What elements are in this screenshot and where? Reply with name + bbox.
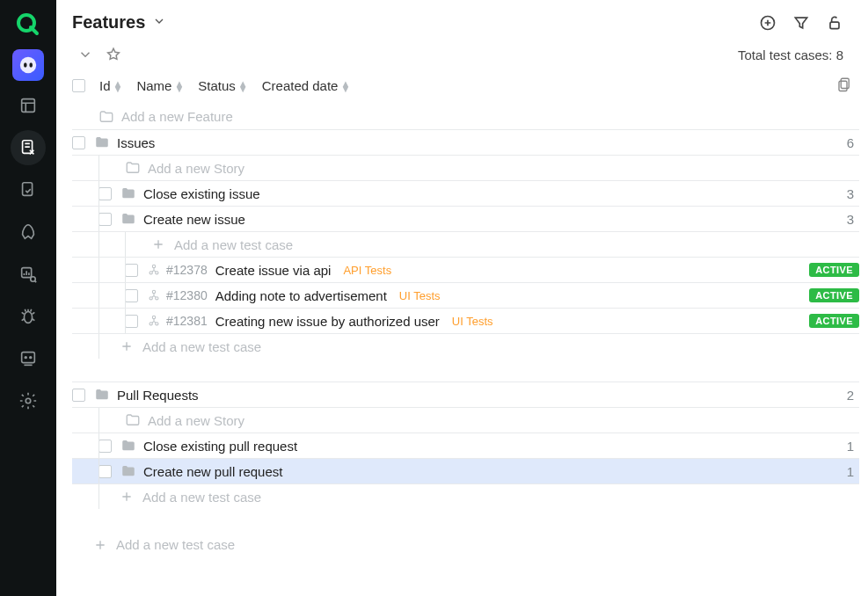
svg-point-19 [150, 272, 152, 274]
placeholder-text: Add a new Story [148, 413, 244, 428]
chevron-down-icon[interactable] [152, 14, 166, 31]
testcase-icon [147, 314, 161, 328]
plus-icon [120, 339, 134, 353]
story-count: 1 [847, 464, 859, 479]
svg-rect-6 [23, 183, 33, 196]
svg-point-12 [30, 357, 32, 359]
avatar[interactable] [12, 49, 44, 81]
svg-point-2 [24, 62, 27, 68]
story-row[interactable]: Create new pull request 1 [72, 458, 859, 483]
testcase-name: Adding note to advertisement [215, 288, 387, 303]
select-all-checkbox[interactable] [72, 79, 85, 92]
row-checkbox[interactable] [98, 440, 112, 453]
group-row[interactable]: Issues 6 [72, 129, 859, 155]
svg-point-22 [150, 297, 152, 300]
testcase-icon [147, 263, 161, 277]
svg-rect-10 [22, 353, 35, 363]
collapse-all-icon[interactable] [77, 47, 93, 62]
folder-icon [125, 412, 141, 428]
sidebar [0, 0, 56, 596]
nav-runs[interactable] [11, 172, 46, 207]
col-created[interactable]: Created date▲▼ [262, 78, 351, 93]
row-checkbox[interactable] [72, 389, 85, 402]
story-name: Create new pull request [143, 464, 282, 479]
placeholder-text: Add a new test case [142, 339, 261, 354]
plus-icon [120, 490, 134, 504]
svg-rect-15 [830, 22, 839, 28]
placeholder-text: Add a new Feature [121, 109, 233, 124]
subbar: Total test cases: 8 [56, 38, 868, 71]
story-name: Create new issue [143, 212, 245, 227]
group-count: 6 [847, 135, 859, 150]
row-checkbox[interactable] [125, 264, 138, 277]
group-name: Issues [117, 135, 155, 150]
group-row[interactable]: Pull Requests 2 [72, 382, 859, 407]
svg-point-9 [24, 312, 32, 323]
app-logo-icon [14, 11, 42, 39]
svg-point-3 [29, 62, 33, 68]
svg-point-18 [152, 265, 155, 267]
story-row[interactable]: Close existing issue 3 [72, 180, 859, 206]
lock-open-icon[interactable] [826, 14, 843, 32]
group-name: Pull Requests [117, 388, 199, 403]
testcase-name: Create issue via api [215, 263, 332, 278]
svg-point-1 [20, 57, 36, 73]
add-testcase-row[interactable]: Add a new test case [72, 532, 859, 557]
columns-bar: Id▲▼ Name▲▼ Status▲▼ Created date▲▼ [56, 71, 868, 104]
nav-analytics[interactable] [11, 257, 46, 292]
add-testcase-row[interactable]: Add a new test case [72, 231, 859, 257]
nav-launches[interactable] [11, 214, 46, 250]
add-testcase-row[interactable]: Add a new test case [72, 333, 859, 359]
filter-icon[interactable] [792, 14, 810, 32]
nav-dashboard[interactable] [11, 88, 46, 123]
testcase-row[interactable]: #12378 Create issue via api API Tests AC… [72, 257, 859, 282]
folder-icon [120, 438, 136, 454]
add-feature-row[interactable]: Add a new Feature [72, 104, 859, 129]
nav-settings[interactable] [11, 383, 46, 418]
row-checkbox[interactable] [98, 465, 112, 478]
add-story-row[interactable]: Add a new Story [72, 407, 859, 432]
testcase-row[interactable]: #12381 Creating new issue by authorized … [72, 308, 859, 333]
row-checkbox[interactable] [125, 315, 138, 328]
col-name[interactable]: Name▲▼ [136, 78, 184, 93]
add-icon[interactable] [759, 14, 777, 32]
plus-icon [151, 237, 165, 251]
svg-rect-17 [839, 81, 847, 91]
svg-point-24 [152, 316, 155, 318]
tree-grid[interactable]: Add a new Feature Issues 6 Add a new Sto… [56, 104, 868, 596]
row-checkbox[interactable] [98, 213, 112, 226]
story-row[interactable]: Close existing pull request 1 [72, 432, 859, 458]
columns-settings-icon[interactable] [836, 76, 852, 95]
svg-point-23 [156, 297, 158, 300]
testcase-row[interactable]: #12380 Adding note to advertisement UI T… [72, 282, 859, 308]
svg-point-26 [156, 323, 158, 325]
row-checkbox[interactable] [72, 136, 85, 149]
status-badge: ACTIVE [809, 288, 859, 302]
svg-point-25 [150, 323, 152, 325]
nav-defects[interactable] [11, 299, 46, 334]
folder-icon [120, 211, 136, 227]
testcase-id: #12378 [166, 263, 208, 277]
svg-point-21 [152, 290, 155, 293]
star-icon[interactable] [106, 47, 121, 62]
testcase-tag: UI Tests [399, 289, 441, 302]
col-status[interactable]: Status▲▼ [198, 78, 247, 93]
row-checkbox[interactable] [98, 187, 112, 200]
status-badge: ACTIVE [809, 314, 859, 328]
col-id[interactable]: Id▲▼ [99, 78, 122, 93]
placeholder-text: Add a new test case [174, 237, 293, 252]
nav-testcases[interactable] [11, 130, 46, 165]
nav-jobs[interactable] [11, 341, 46, 376]
placeholder-text: Add a new test case [142, 490, 261, 505]
story-count: 1 [847, 439, 859, 454]
story-name: Close existing pull request [143, 439, 297, 454]
add-testcase-row[interactable]: Add a new test case [72, 483, 859, 509]
story-name: Close existing issue [143, 186, 260, 201]
testcase-name: Creating new issue by authorized user [215, 314, 440, 329]
page-title: Features [72, 12, 145, 33]
svg-point-13 [26, 398, 31, 403]
add-story-row[interactable]: Add a new Story [72, 155, 859, 180]
story-row[interactable]: Create new issue 3 [72, 206, 859, 231]
testcase-id: #12381 [166, 314, 208, 328]
row-checkbox[interactable] [125, 289, 138, 302]
